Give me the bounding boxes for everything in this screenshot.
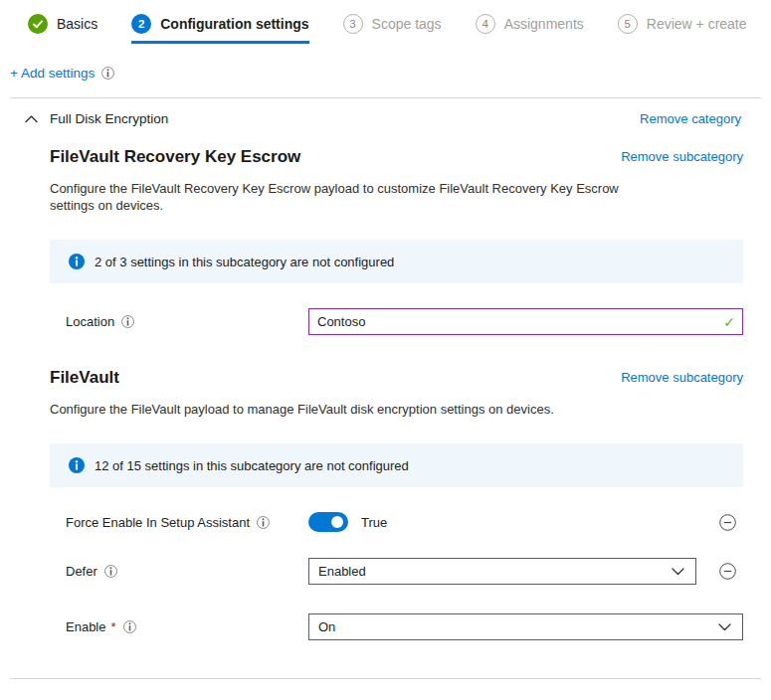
step-label: Scope tags bbox=[372, 16, 442, 32]
info-icon[interactable] bbox=[123, 620, 136, 633]
subcategory-description: Configure the FileVault Recovery Key Esc… bbox=[50, 180, 667, 214]
remove-subcategory-link[interactable]: Remove subcategory bbox=[621, 149, 743, 164]
info-icon[interactable] bbox=[101, 67, 114, 80]
subcategory-header: FileVault Recovery Key Escrow Remove sub… bbox=[50, 126, 743, 167]
location-input[interactable] bbox=[308, 308, 743, 335]
bottom-divider bbox=[10, 678, 761, 679]
wizard-steps: Basics 2 Configuration settings 3 Scope … bbox=[0, 0, 771, 44]
step-number-badge: 4 bbox=[476, 14, 495, 34]
info-filled-icon bbox=[69, 457, 85, 473]
subcategory-filevault-recovery-key-escrow: FileVault Recovery Key Escrow Remove sub… bbox=[0, 126, 771, 640]
select-value: On bbox=[318, 619, 335, 634]
remove-setting-icon[interactable] bbox=[719, 563, 736, 580]
add-settings-row: + Add settings bbox=[10, 66, 771, 81]
setting-label: Defer bbox=[66, 564, 97, 579]
configuration-profile-wizard: Basics 2 Configuration settings 3 Scope … bbox=[0, 0, 771, 700]
setting-control: Enabled bbox=[308, 558, 743, 585]
step-complete-check-icon bbox=[28, 14, 48, 34]
setting-label-group: Location bbox=[50, 314, 308, 329]
setting-label: Enable bbox=[66, 619, 105, 634]
banner-text: 2 of 3 settings in this subcategory are … bbox=[95, 255, 394, 269]
step-review-create[interactable]: 5 Review + create bbox=[618, 14, 747, 44]
step-configuration-settings[interactable]: 2 Configuration settings bbox=[131, 14, 308, 44]
banner-text: 12 of 15 settings in this subcategory ar… bbox=[95, 458, 409, 473]
chevron-down-icon bbox=[718, 623, 731, 631]
setting-row-force-enable: Force Enable In Setup Assistant True bbox=[50, 512, 743, 532]
not-configured-banner: 12 of 15 settings in this subcategory ar… bbox=[50, 443, 743, 487]
setting-row-defer: Defer Enabled bbox=[50, 558, 743, 585]
add-settings-link[interactable]: + Add settings bbox=[10, 66, 95, 81]
defer-select[interactable]: Enabled bbox=[308, 558, 696, 585]
setting-control: On bbox=[308, 613, 743, 640]
collapse-chevron-icon[interactable] bbox=[25, 115, 38, 123]
step-label: Review + create bbox=[647, 16, 747, 32]
category-title: Full Disk Encryption bbox=[50, 111, 168, 126]
required-asterisk: * bbox=[110, 619, 115, 634]
step-label: Assignments bbox=[504, 16, 584, 32]
setting-label-group: Enable * bbox=[50, 619, 308, 634]
step-label: Basics bbox=[57, 16, 97, 32]
subcategory-header: FileVault Remove subcategory bbox=[50, 335, 743, 388]
force-enable-toggle[interactable] bbox=[308, 512, 348, 532]
info-filled-icon bbox=[69, 254, 85, 269]
setting-row-enable: Enable * On bbox=[50, 613, 743, 640]
category-header: Full Disk Encryption Remove category bbox=[0, 98, 771, 126]
enable-select[interactable]: On bbox=[308, 613, 743, 640]
step-assignments[interactable]: 4 Assignments bbox=[476, 14, 584, 44]
remove-category-link[interactable]: Remove category bbox=[640, 111, 741, 126]
step-number-badge: 3 bbox=[343, 14, 363, 34]
info-icon[interactable] bbox=[121, 315, 134, 328]
setting-row-location: Location ✓ bbox=[50, 308, 743, 335]
subcategory-title: FileVault bbox=[50, 368, 119, 388]
location-field-wrap: ✓ bbox=[308, 308, 743, 335]
info-icon[interactable] bbox=[257, 516, 270, 529]
info-icon[interactable] bbox=[104, 565, 117, 578]
not-configured-banner: 2 of 3 settings in this subcategory are … bbox=[50, 240, 743, 283]
setting-control: True bbox=[308, 512, 743, 532]
step-label: Configuration settings bbox=[160, 16, 308, 32]
subcategory-title: FileVault Recovery Key Escrow bbox=[50, 147, 300, 167]
step-basics[interactable]: Basics bbox=[28, 14, 97, 44]
step-number-badge: 5 bbox=[618, 14, 638, 34]
select-value: Enabled bbox=[318, 564, 366, 579]
step-number-badge: 2 bbox=[131, 14, 151, 34]
setting-label: Location bbox=[66, 314, 114, 329]
subcategory-description: Configure the FileVault payload to manag… bbox=[50, 401, 667, 418]
setting-label: Force Enable In Setup Assistant bbox=[66, 515, 250, 530]
setting-control: ✓ bbox=[308, 308, 743, 335]
step-scope-tags[interactable]: 3 Scope tags bbox=[343, 14, 442, 44]
setting-label-group: Defer bbox=[50, 564, 308, 579]
chevron-down-icon bbox=[672, 568, 684, 576]
remove-subcategory-link[interactable]: Remove subcategory bbox=[621, 370, 743, 385]
toggle-value-label: True bbox=[361, 515, 387, 530]
remove-setting-icon[interactable] bbox=[719, 514, 736, 531]
setting-label-group: Force Enable In Setup Assistant bbox=[50, 515, 308, 530]
toggle-knob bbox=[331, 516, 343, 528]
